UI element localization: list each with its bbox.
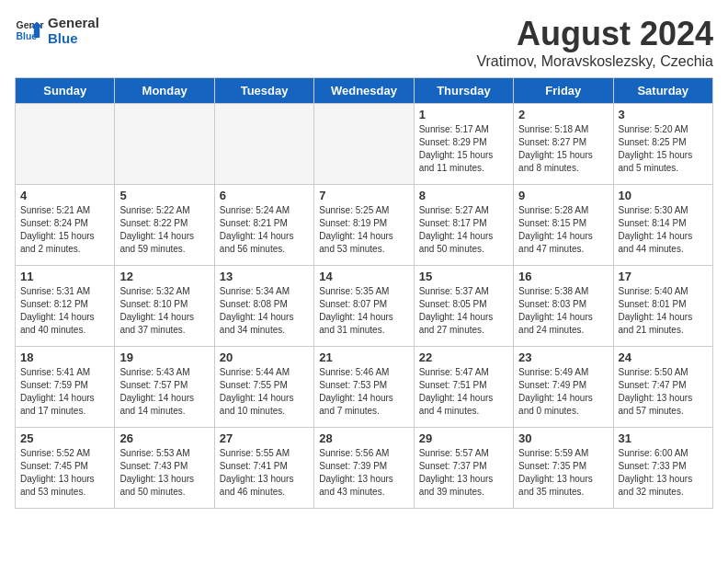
calendar-cell: 12Sunrise: 5:32 AM Sunset: 8:10 PM Dayli… bbox=[115, 266, 214, 347]
day-number: 3 bbox=[619, 108, 708, 121]
calendar-cell: 8Sunrise: 5:27 AM Sunset: 8:17 PM Daylig… bbox=[414, 185, 513, 266]
day-number: 21 bbox=[319, 350, 408, 364]
day-number: 4 bbox=[20, 189, 109, 202]
day-info: Sunrise: 5:38 AM Sunset: 8:03 PM Dayligh… bbox=[518, 285, 608, 337]
day-number: 9 bbox=[518, 189, 608, 202]
day-info: Sunrise: 5:35 AM Sunset: 8:07 PM Dayligh… bbox=[319, 285, 408, 337]
day-info: Sunrise: 5:25 AM Sunset: 8:19 PM Dayligh… bbox=[319, 204, 408, 256]
weekday-header: Thursday bbox=[414, 78, 513, 104]
calendar-cell: 21Sunrise: 5:46 AM Sunset: 7:53 PM Dayli… bbox=[314, 347, 414, 428]
day-info: Sunrise: 5:28 AM Sunset: 8:15 PM Dayligh… bbox=[518, 204, 608, 256]
day-info: Sunrise: 5:22 AM Sunset: 8:22 PM Dayligh… bbox=[119, 204, 209, 256]
calendar-cell: 17Sunrise: 5:40 AM Sunset: 8:01 PM Dayli… bbox=[613, 266, 712, 347]
calendar-cell: 20Sunrise: 5:44 AM Sunset: 7:55 PM Dayli… bbox=[214, 347, 313, 428]
day-number: 12 bbox=[119, 270, 209, 283]
day-info: Sunrise: 5:32 AM Sunset: 8:10 PM Dayligh… bbox=[119, 285, 209, 337]
day-number: 17 bbox=[619, 270, 708, 283]
day-info: Sunrise: 5:50 AM Sunset: 7:47 PM Dayligh… bbox=[619, 366, 708, 418]
calendar-cell: 7Sunrise: 5:25 AM Sunset: 8:19 PM Daylig… bbox=[314, 185, 414, 266]
day-info: Sunrise: 5:34 AM Sunset: 8:08 PM Dayligh… bbox=[220, 285, 309, 337]
day-info: Sunrise: 5:55 AM Sunset: 7:41 PM Dayligh… bbox=[220, 447, 309, 499]
day-info: Sunrise: 5:31 AM Sunset: 8:12 PM Dayligh… bbox=[20, 285, 109, 337]
day-number: 16 bbox=[518, 270, 608, 283]
day-number: 23 bbox=[518, 350, 608, 364]
day-info: Sunrise: 5:52 AM Sunset: 7:45 PM Dayligh… bbox=[20, 447, 109, 499]
day-number: 26 bbox=[119, 431, 209, 445]
day-number: 19 bbox=[119, 350, 209, 364]
day-info: Sunrise: 5:59 AM Sunset: 7:35 PM Dayligh… bbox=[518, 447, 608, 499]
day-number: 15 bbox=[419, 270, 508, 283]
day-info: Sunrise: 5:46 AM Sunset: 7:53 PM Dayligh… bbox=[319, 366, 408, 418]
logo-icon: General Blue bbox=[15, 16, 44, 45]
calendar-cell: 1Sunrise: 5:17 AM Sunset: 8:29 PM Daylig… bbox=[414, 104, 513, 185]
day-info: Sunrise: 5:21 AM Sunset: 8:24 PM Dayligh… bbox=[20, 204, 109, 256]
day-number: 7 bbox=[319, 189, 408, 202]
day-info: Sunrise: 5:57 AM Sunset: 7:37 PM Dayligh… bbox=[419, 447, 508, 499]
calendar-cell: 30Sunrise: 5:59 AM Sunset: 7:35 PM Dayli… bbox=[514, 428, 613, 509]
calendar-cell: 31Sunrise: 6:00 AM Sunset: 7:33 PM Dayli… bbox=[613, 428, 712, 509]
calendar-cell bbox=[314, 104, 414, 185]
weekday-header: Monday bbox=[115, 78, 214, 104]
calendar-cell: 24Sunrise: 5:50 AM Sunset: 7:47 PM Dayli… bbox=[613, 347, 712, 428]
location: Vratimov, Moravskoslezsky, Czechia bbox=[476, 53, 713, 70]
day-number: 20 bbox=[220, 350, 309, 364]
weekday-header: Tuesday bbox=[214, 78, 313, 104]
day-info: Sunrise: 5:17 AM Sunset: 8:29 PM Dayligh… bbox=[419, 123, 508, 175]
day-number: 11 bbox=[20, 270, 109, 283]
calendar-cell: 11Sunrise: 5:31 AM Sunset: 8:12 PM Dayli… bbox=[16, 266, 115, 347]
day-info: Sunrise: 5:44 AM Sunset: 7:55 PM Dayligh… bbox=[220, 366, 309, 418]
calendar-cell: 18Sunrise: 5:41 AM Sunset: 7:59 PM Dayli… bbox=[16, 347, 115, 428]
calendar-cell: 10Sunrise: 5:30 AM Sunset: 8:14 PM Dayli… bbox=[613, 185, 712, 266]
day-number: 10 bbox=[619, 189, 708, 202]
title-block: August 2024 Vratimov, Moravskoslezsky, C… bbox=[476, 15, 713, 70]
day-number: 13 bbox=[220, 270, 309, 283]
day-info: Sunrise: 5:18 AM Sunset: 8:27 PM Dayligh… bbox=[518, 123, 608, 175]
calendar-cell bbox=[115, 104, 214, 185]
calendar-cell bbox=[16, 104, 115, 185]
day-info: Sunrise: 5:43 AM Sunset: 7:57 PM Dayligh… bbox=[119, 366, 209, 418]
calendar-cell: 3Sunrise: 5:20 AM Sunset: 8:25 PM Daylig… bbox=[613, 104, 712, 185]
weekday-header: Saturday bbox=[613, 78, 712, 104]
day-number: 5 bbox=[119, 189, 209, 202]
calendar-cell: 28Sunrise: 5:56 AM Sunset: 7:39 PM Dayli… bbox=[314, 428, 414, 509]
calendar-cell: 15Sunrise: 5:37 AM Sunset: 8:05 PM Dayli… bbox=[414, 266, 513, 347]
day-info: Sunrise: 5:40 AM Sunset: 8:01 PM Dayligh… bbox=[619, 285, 708, 337]
calendar-cell: 19Sunrise: 5:43 AM Sunset: 7:57 PM Dayli… bbox=[115, 347, 214, 428]
logo-line1: General bbox=[48, 15, 99, 30]
day-info: Sunrise: 5:56 AM Sunset: 7:39 PM Dayligh… bbox=[319, 447, 408, 499]
day-info: Sunrise: 5:27 AM Sunset: 8:17 PM Dayligh… bbox=[419, 204, 508, 256]
calendar-cell: 2Sunrise: 5:18 AM Sunset: 8:27 PM Daylig… bbox=[514, 104, 613, 185]
day-number: 31 bbox=[619, 431, 708, 445]
day-number: 18 bbox=[20, 350, 109, 364]
calendar-cell: 13Sunrise: 5:34 AM Sunset: 8:08 PM Dayli… bbox=[214, 266, 313, 347]
day-number: 6 bbox=[220, 189, 309, 202]
day-number: 28 bbox=[319, 431, 408, 445]
calendar-cell: 14Sunrise: 5:35 AM Sunset: 8:07 PM Dayli… bbox=[314, 266, 414, 347]
calendar-cell: 27Sunrise: 5:55 AM Sunset: 7:41 PM Dayli… bbox=[214, 428, 313, 509]
logo-line2: Blue bbox=[48, 30, 99, 46]
calendar-cell bbox=[214, 104, 313, 185]
day-number: 25 bbox=[20, 431, 109, 445]
weekday-header: Wednesday bbox=[314, 78, 414, 104]
day-info: Sunrise: 5:24 AM Sunset: 8:21 PM Dayligh… bbox=[220, 204, 309, 256]
day-number: 22 bbox=[419, 350, 508, 364]
calendar-cell: 29Sunrise: 5:57 AM Sunset: 7:37 PM Dayli… bbox=[414, 428, 513, 509]
day-info: Sunrise: 5:41 AM Sunset: 7:59 PM Dayligh… bbox=[20, 366, 109, 418]
calendar-cell: 23Sunrise: 5:49 AM Sunset: 7:49 PM Dayli… bbox=[514, 347, 613, 428]
calendar-cell: 16Sunrise: 5:38 AM Sunset: 8:03 PM Dayli… bbox=[514, 266, 613, 347]
calendar-cell: 25Sunrise: 5:52 AM Sunset: 7:45 PM Dayli… bbox=[16, 428, 115, 509]
calendar-cell: 6Sunrise: 5:24 AM Sunset: 8:21 PM Daylig… bbox=[214, 185, 313, 266]
day-number: 2 bbox=[518, 108, 608, 121]
day-number: 29 bbox=[419, 431, 508, 445]
calendar-table: SundayMondayTuesdayWednesdayThursdayFrid… bbox=[15, 77, 713, 509]
logo: General Blue General Blue bbox=[15, 15, 99, 46]
day-info: Sunrise: 5:30 AM Sunset: 8:14 PM Dayligh… bbox=[619, 204, 708, 256]
calendar-cell: 22Sunrise: 5:47 AM Sunset: 7:51 PM Dayli… bbox=[414, 347, 513, 428]
day-number: 24 bbox=[619, 350, 708, 364]
day-info: Sunrise: 6:00 AM Sunset: 7:33 PM Dayligh… bbox=[619, 447, 708, 499]
day-number: 30 bbox=[518, 431, 608, 445]
day-info: Sunrise: 5:20 AM Sunset: 8:25 PM Dayligh… bbox=[619, 123, 708, 175]
day-info: Sunrise: 5:47 AM Sunset: 7:51 PM Dayligh… bbox=[419, 366, 508, 418]
day-info: Sunrise: 5:49 AM Sunset: 7:49 PM Dayligh… bbox=[518, 366, 608, 418]
calendar-cell: 26Sunrise: 5:53 AM Sunset: 7:43 PM Dayli… bbox=[115, 428, 214, 509]
